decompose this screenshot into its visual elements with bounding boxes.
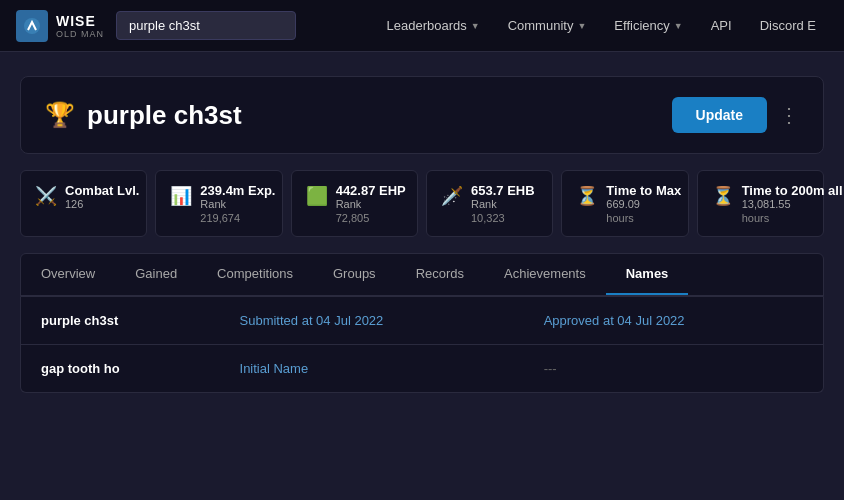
stat-ehb-rank: 10,323: [471, 212, 535, 224]
stats-row: ⚔️ Combat Lvl. 126 📊 239.4m Exp. Rank 21…: [20, 170, 824, 237]
names-table-container: purple ch3st Submitted at 04 Jul 2022 Ap…: [20, 297, 824, 393]
names-table: purple ch3st Submitted at 04 Jul 2022 Ap…: [21, 297, 823, 392]
table-row: gap tooth ho Initial Name ---: [21, 345, 823, 393]
stat-ehp: 🟩 442.87 EHP Rank 72,805: [291, 170, 418, 237]
tab-groups[interactable]: Groups: [313, 254, 396, 295]
tab-names[interactable]: Names: [606, 254, 689, 295]
chevron-down-icon: ▼: [674, 21, 683, 31]
nav-discord[interactable]: Discord E: [748, 12, 828, 39]
main-content: 🏆 purple ch3st Update ⋮ ⚔️ Combat Lvl. 1…: [0, 52, 844, 417]
profile-header: 🏆 purple ch3st Update ⋮: [20, 76, 824, 154]
trophy-icon: 🏆: [45, 101, 75, 129]
stat-time-max-label: Time to Max: [606, 183, 681, 198]
tab-competitions[interactable]: Competitions: [197, 254, 313, 295]
tab-overview[interactable]: Overview: [21, 254, 115, 295]
nav-items: Leaderboards ▼ Community ▼ Efficiency ▼ …: [375, 12, 828, 39]
stat-time-200m-hours: 13,081.55: [742, 198, 843, 210]
stat-ehp-rank-label: Rank: [336, 198, 406, 210]
chevron-down-icon: ▼: [471, 21, 480, 31]
more-button[interactable]: ⋮: [779, 103, 799, 127]
logo: WISE OLD MAN: [16, 10, 104, 42]
row2-initial: Initial Name: [220, 345, 524, 393]
logo-text: WISE OLD MAN: [56, 13, 104, 39]
logo-icon: [16, 10, 48, 42]
profile-title: 🏆 purple ch3st: [45, 100, 242, 131]
stat-time-max: ⏳ Time to Max 669.09 hours: [561, 170, 688, 237]
tabs-container: Overview Gained Competitions Groups Reco…: [20, 253, 824, 297]
combat-icon: ⚔️: [35, 185, 57, 207]
time-200m-icon: ⏳: [712, 185, 734, 207]
row2-dash: ---: [524, 345, 823, 393]
nav-leaderboards[interactable]: Leaderboards ▼: [375, 12, 492, 39]
ehp-icon: 🟩: [306, 185, 328, 207]
row1-approved: Approved at 04 Jul 2022: [524, 297, 823, 345]
logo-title: WISE: [56, 13, 104, 29]
stat-exp-rank: 219,674: [200, 212, 275, 224]
ehb-icon: 🗡️: [441, 185, 463, 207]
stat-ehp-value: 442.87 EHP: [336, 183, 406, 198]
chevron-down-icon: ▼: [577, 21, 586, 31]
stat-ehb: 🗡️ 653.7 EHB Rank 10,323: [426, 170, 553, 237]
update-button[interactable]: Update: [672, 97, 767, 133]
logo-subtitle: OLD MAN: [56, 29, 104, 39]
nav-api[interactable]: API: [699, 12, 744, 39]
tab-gained[interactable]: Gained: [115, 254, 197, 295]
profile-name: purple ch3st: [87, 100, 242, 131]
tab-achievements[interactable]: Achievements: [484, 254, 606, 295]
stat-ehp-rank: 72,805: [336, 212, 406, 224]
row1-name: purple ch3st: [21, 297, 220, 345]
stat-time-max-hours: 669.09: [606, 198, 681, 210]
time-max-icon: ⏳: [576, 185, 598, 207]
navbar: WISE OLD MAN Leaderboards ▼ Community ▼ …: [0, 0, 844, 52]
profile-actions: Update ⋮: [672, 97, 799, 133]
tab-records[interactable]: Records: [396, 254, 484, 295]
stat-time-200m: ⏳ Time to 200m all 13,081.55 hours: [697, 170, 824, 237]
tabs-row: Overview Gained Competitions Groups Reco…: [21, 254, 823, 296]
stat-combat-label: Combat Lvl.: [65, 183, 139, 198]
stat-combat: ⚔️ Combat Lvl. 126: [20, 170, 147, 237]
nav-efficiency[interactable]: Efficiency ▼: [602, 12, 694, 39]
exp-icon: 📊: [170, 185, 192, 207]
row2-name: gap tooth ho: [21, 345, 220, 393]
stat-time-200m-unit: hours: [742, 212, 843, 224]
table-row: purple ch3st Submitted at 04 Jul 2022 Ap…: [21, 297, 823, 345]
stat-time-max-unit: hours: [606, 212, 681, 224]
stat-ehb-rank-label: Rank: [471, 198, 535, 210]
search-input[interactable]: [116, 11, 296, 40]
stat-exp: 📊 239.4m Exp. Rank 219,674: [155, 170, 282, 237]
stat-exp-value: 239.4m Exp.: [200, 183, 275, 198]
row1-submitted: Submitted at 04 Jul 2022: [220, 297, 524, 345]
nav-community[interactable]: Community ▼: [496, 12, 599, 39]
stat-exp-rank-label: Rank: [200, 198, 275, 210]
stat-combat-value: 126: [65, 198, 139, 210]
stat-time-200m-label: Time to 200m all: [742, 183, 843, 198]
stat-ehb-value: 653.7 EHB: [471, 183, 535, 198]
